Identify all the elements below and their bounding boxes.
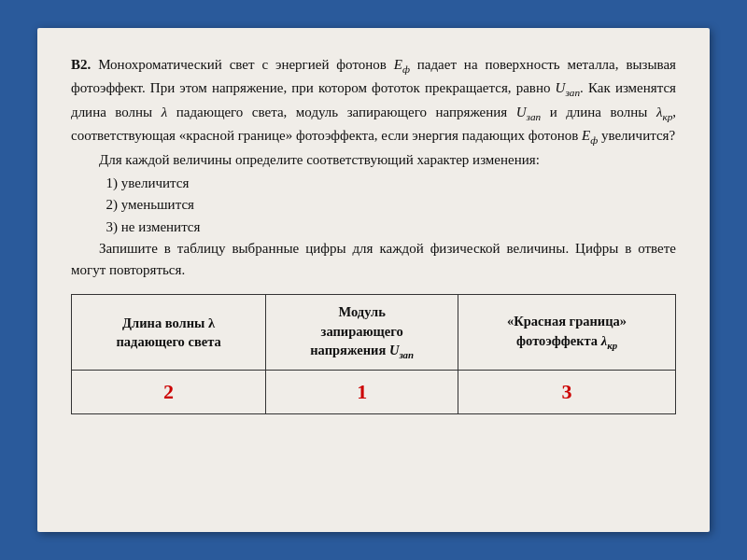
list-item-3: 3) не изменится [106, 217, 677, 238]
para1-text: Монохроматический свет с энергией фотоно… [71, 57, 676, 143]
table-data-row: 2 1 3 [72, 370, 676, 413]
para3: Запишите в таблицу выбранные цифры для к… [71, 238, 676, 282]
col-header-1: Длина волны λпадающего света [72, 295, 266, 371]
table-header-row: Длина волны λпадающего света Модульзапир… [72, 295, 676, 371]
e-phi: Eф [394, 57, 410, 72]
col-header-3: «Красная граница»фотоэффекта λкр [458, 295, 676, 371]
list-item-2: 2) уменьшится [106, 194, 677, 216]
u-zap: Uзап [556, 80, 580, 95]
question-text: В2. Монохроматический свет с энергией фо… [71, 54, 676, 281]
answer-cell-2: 1 [266, 370, 458, 413]
question-number: В2. [71, 57, 91, 72]
answer-cell-3: 3 [458, 370, 676, 413]
answer-table-wrap: Длина волны λпадающего света Модульзапир… [71, 294, 676, 414]
main-card: В2. Монохроматический свет с энергией фо… [37, 28, 710, 532]
answer-cell-1: 2 [72, 370, 266, 413]
col-header-2: Модульзапирающегонапряжения Uзап [266, 295, 458, 371]
para2: Для каждой величины определите соответст… [71, 149, 676, 171]
list-item-1: 1) увеличится [106, 173, 677, 194]
answer-table: Длина волны λпадающего света Модульзапир… [71, 294, 676, 414]
